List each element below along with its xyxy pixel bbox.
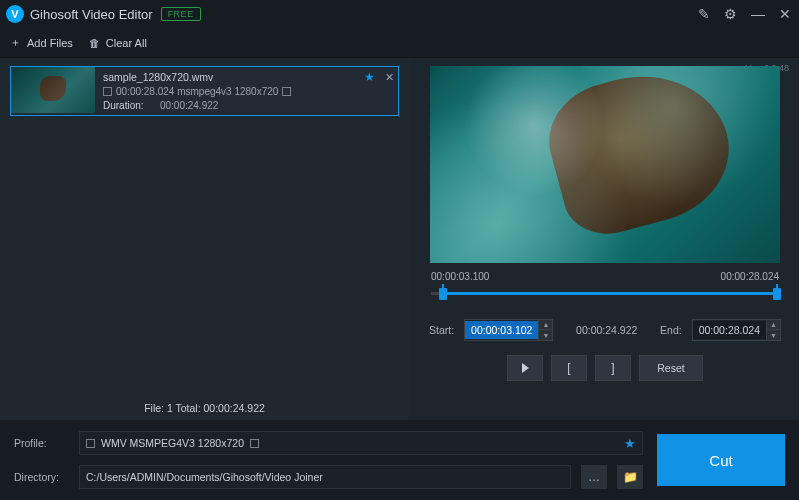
remove-file-icon[interactable]: ✕: [385, 71, 394, 84]
profile-value: WMV MSMPEG4V3 1280x720: [101, 437, 244, 449]
timeline-handle-end[interactable]: [773, 288, 781, 300]
file-list-pane: ★ ✕ sample_1280x720.wmv 00:00:28.024 msm…: [0, 58, 409, 420]
mark-out-button[interactable]: ]: [595, 355, 631, 381]
file-name: sample_1280x720.wmv: [103, 71, 390, 83]
app-title: Gihosoft Video Editor: [30, 7, 153, 22]
video-preview[interactable]: [430, 66, 780, 263]
app-logo: V: [6, 5, 24, 23]
profile-aspect-icon: [250, 439, 259, 448]
open-folder-button[interactable]: 📁: [617, 465, 643, 489]
add-files-label: Add Files: [27, 37, 73, 49]
clear-all-button[interactable]: 🗑 Clear All: [89, 37, 147, 49]
title-bar: V Gihosoft Video Editor FREE ✎ ⚙ — ✕: [0, 0, 799, 28]
directory-value: C:/Users/ADMIN/Documents/Gihosoft/Video …: [86, 471, 323, 483]
directory-label: Directory:: [14, 471, 69, 483]
start-up-icon[interactable]: ▲: [538, 320, 552, 330]
duration-label: Duration:: [103, 100, 144, 111]
file-item[interactable]: ★ ✕ sample_1280x720.wmv 00:00:28.024 msm…: [10, 66, 399, 116]
profile-label: Profile:: [14, 437, 69, 449]
add-files-button[interactable]: ＋ Add Files: [10, 35, 73, 50]
format-icon: [103, 87, 112, 96]
play-button[interactable]: [507, 355, 543, 381]
profile-star-icon[interactable]: ★: [624, 436, 636, 451]
timeline-handle-start[interactable]: [439, 288, 447, 300]
edit-icon[interactable]: ✎: [698, 6, 710, 22]
minimize-icon[interactable]: —: [751, 6, 765, 22]
end-time-field[interactable]: 00:00:28.024 ▲▼: [692, 319, 781, 341]
directory-field[interactable]: C:/Users/ADMIN/Documents/Gihosoft/Video …: [79, 465, 571, 489]
end-up-icon[interactable]: ▲: [766, 320, 780, 330]
timeline-start-time: 00:00:03.100: [431, 271, 489, 282]
mark-in-button[interactable]: [: [551, 355, 587, 381]
start-label: Start:: [429, 324, 454, 336]
timeline-track[interactable]: [431, 285, 779, 301]
browse-button[interactable]: …: [581, 465, 607, 489]
plus-icon: ＋: [10, 35, 21, 50]
close-icon[interactable]: ✕: [779, 6, 791, 22]
bottom-panel: Profile: WMV MSMPEG4V3 1280x720 ★ Direct…: [0, 420, 799, 500]
start-time-field[interactable]: 00:00:03.102 ▲▼: [464, 319, 553, 341]
start-down-icon[interactable]: ▼: [538, 330, 552, 340]
profile-format-icon: [86, 439, 95, 448]
clear-all-label: Clear All: [106, 37, 147, 49]
play-icon: [522, 363, 529, 373]
start-time-value[interactable]: 00:00:03.102: [465, 321, 538, 339]
trash-icon: 🗑: [89, 37, 100, 49]
end-label: End:: [660, 324, 682, 336]
selection-duration: 00:00:24.922: [563, 324, 650, 336]
toolbar: ＋ Add Files 🗑 Clear All Ver: 2.0.48: [0, 28, 799, 58]
preview-pane: 00:00:03.100 00:00:28.024 Start: 00:00:0…: [409, 58, 799, 420]
profile-field[interactable]: WMV MSMPEG4V3 1280x720 ★: [79, 431, 643, 455]
timeline: 00:00:03.100 00:00:28.024: [431, 271, 779, 301]
star-icon[interactable]: ★: [364, 70, 375, 84]
timeline-end-time: 00:00:28.024: [721, 271, 779, 282]
file-summary: File: 1 Total: 00:00:24.922: [0, 396, 409, 420]
cut-button[interactable]: Cut: [657, 434, 785, 486]
end-down-icon[interactable]: ▼: [766, 330, 780, 340]
aspect-icon: [282, 87, 291, 96]
file-thumbnail: [11, 67, 95, 113]
settings-icon[interactable]: ⚙: [724, 6, 737, 22]
free-badge: FREE: [161, 7, 201, 21]
file-format-info: 00:00:28.024 msmpeg4v3 1280x720: [116, 86, 278, 97]
duration-value: 00:00:24.922: [160, 100, 218, 111]
end-time-value[interactable]: 00:00:28.024: [693, 321, 766, 339]
reset-button[interactable]: Reset: [639, 355, 703, 381]
